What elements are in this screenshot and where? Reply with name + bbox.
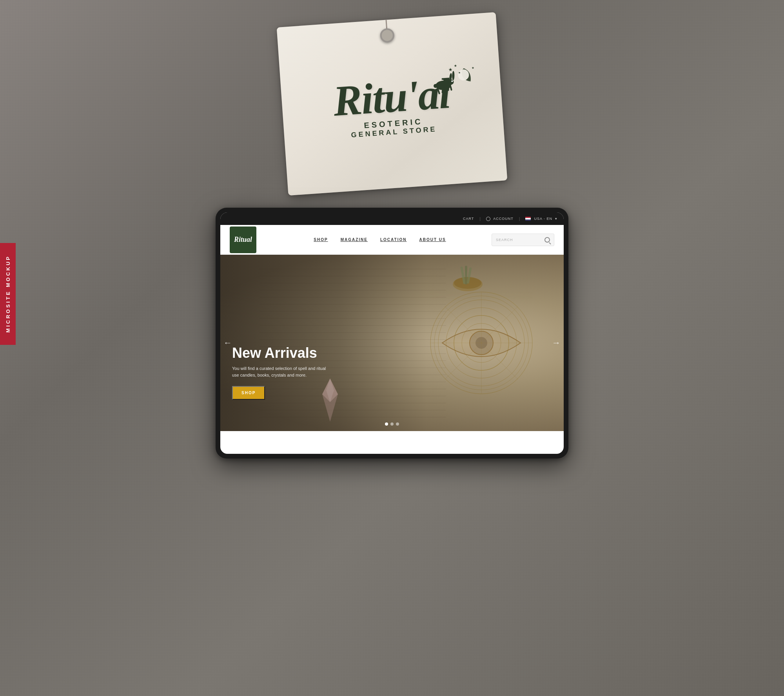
hero-prev-arrow[interactable]: ← xyxy=(223,338,232,348)
svg-point-8 xyxy=(452,71,454,80)
hero-mandala-icon xyxy=(423,284,540,402)
svg-text:★: ★ xyxy=(454,63,457,68)
microsite-label-bar: Microsite Mockup xyxy=(0,243,16,345)
nav-link-about-us[interactable]: About Us xyxy=(419,237,446,242)
tablet-screen: Cart | Account | USA - EN ▾ Ritual Shop … xyxy=(220,212,564,454)
tag-card: Ritu'al ★ ★ ★ ★ xyxy=(277,12,508,196)
search-placeholder: Search xyxy=(496,238,541,242)
hero-section: New Arrivals You will find a curated sel… xyxy=(220,255,564,431)
tag-logo-area: Ritu'al ★ ★ ★ ★ xyxy=(332,75,452,140)
hero-content: New Arrivals You will find a curated sel… xyxy=(232,345,334,400)
cart-topbar-item[interactable]: Cart xyxy=(463,217,474,221)
hero-title: New Arrivals xyxy=(232,345,334,361)
nav-link-magazine[interactable]: Magazine xyxy=(341,237,368,242)
account-icon xyxy=(486,217,490,221)
hero-dot-3[interactable] xyxy=(396,422,399,426)
hero-bowl-decor xyxy=(450,263,485,295)
nav-link-location[interactable]: Location xyxy=(380,237,407,242)
cart-label: Cart xyxy=(463,217,474,221)
topbar-divider-2: | xyxy=(519,216,520,221)
svg-rect-32 xyxy=(465,266,467,285)
nav-link-shop[interactable]: Shop xyxy=(314,237,328,242)
svg-rect-11 xyxy=(448,87,449,91)
tag-mockup: Ritu'al ★ ★ ★ ★ xyxy=(259,8,525,212)
hero-dot-2[interactable] xyxy=(390,422,394,426)
hero-dot-1[interactable] xyxy=(385,422,388,426)
tag-string xyxy=(386,20,388,33)
site-logo-text: Ritual xyxy=(234,236,252,244)
search-bar[interactable]: Search xyxy=(492,234,554,246)
site-logo[interactable]: Ritual xyxy=(230,227,256,253)
svg-text:★: ★ xyxy=(448,67,453,72)
svg-text:★: ★ xyxy=(458,71,461,74)
site-navbar: Ritual Shop Magazine Location About Us S… xyxy=(220,225,564,255)
hero-next-arrow[interactable]: → xyxy=(552,338,561,348)
tag-decorative-icons: ★ ★ ★ ★ xyxy=(428,62,482,104)
topbar-divider: | xyxy=(479,216,481,221)
flag-icon xyxy=(525,217,531,221)
hero-carousel-dots xyxy=(385,422,399,426)
svg-text:★: ★ xyxy=(472,66,475,69)
search-icon xyxy=(544,237,550,243)
tablet-device: Cart | Account | USA - EN ▾ Ritual Shop … xyxy=(216,208,568,459)
locale-dropdown-icon: ▾ xyxy=(555,217,557,221)
locale-topbar-item[interactable]: USA - EN ▾ xyxy=(525,217,557,221)
account-topbar-item[interactable]: Account xyxy=(486,217,514,221)
tablet-notch xyxy=(380,208,404,210)
account-label: Account xyxy=(493,217,514,221)
locale-label: USA - EN xyxy=(534,217,552,221)
site-nav: Shop Magazine Location About Us xyxy=(268,237,492,242)
microsite-label-text: Microsite Mockup xyxy=(5,255,11,333)
site-topbar: Cart | Account | USA - EN ▾ xyxy=(220,212,564,225)
hero-description: You will find a curated selection of spe… xyxy=(232,365,334,379)
svg-rect-12 xyxy=(450,86,452,91)
hero-shop-button[interactable]: SHOP xyxy=(232,386,265,400)
